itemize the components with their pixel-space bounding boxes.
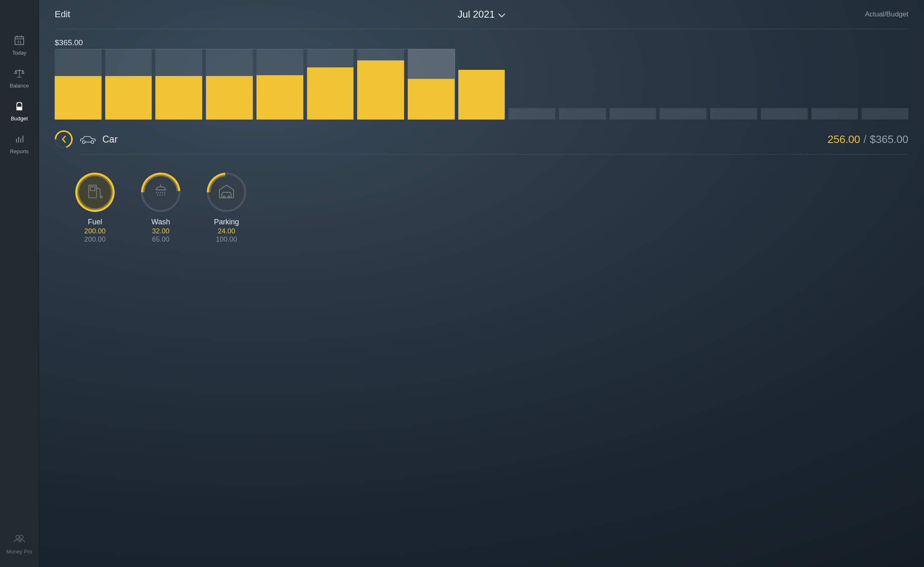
- chart-column[interactable]: [559, 49, 606, 120]
- chart-column[interactable]: [710, 49, 757, 120]
- chart-column[interactable]: [408, 49, 455, 120]
- history-chart: $365.00: [55, 29, 908, 120]
- divider: [55, 29, 908, 29]
- sidebar: 21 Today Balance: [0, 0, 39, 567]
- chart-bars[interactable]: [55, 49, 908, 120]
- chart-column[interactable]: [811, 49, 858, 120]
- jar-icon: [14, 100, 25, 113]
- category-name: Car: [102, 134, 118, 145]
- sidebar-item-moneypro[interactable]: Money Pro: [0, 528, 39, 567]
- category-header: Car 256.00 / $365.00: [55, 130, 908, 154]
- sidebar-item-label: Budget: [11, 115, 28, 122]
- svg-rect-8: [17, 107, 22, 110]
- subcategory-fuel[interactable]: Fuel 200.00 200.00: [73, 173, 117, 244]
- chart-column[interactable]: [508, 49, 555, 120]
- chart-column[interactable]: [155, 49, 202, 120]
- chart-column[interactable]: [105, 49, 152, 120]
- separator: /: [864, 133, 866, 146]
- subcategory-parking[interactable]: Parking 24.00 100.00: [204, 173, 249, 244]
- chart-max-label: $365.00: [55, 38, 908, 47]
- progress-ring: [75, 173, 115, 212]
- progress-ring: [207, 173, 246, 212]
- app-window: 21 Today Balance: [0, 0, 924, 567]
- sidebar-item-label: Today: [12, 50, 27, 56]
- chart-column[interactable]: [610, 49, 656, 120]
- car-icon: [79, 134, 97, 145]
- svg-point-14: [20, 535, 23, 539]
- subcategory-actual: 200.00: [84, 227, 106, 235]
- chart-column[interactable]: [357, 49, 404, 120]
- subcategory-label: Fuel: [88, 218, 102, 226]
- sidebar-item-label: Reports: [10, 148, 29, 154]
- scales-icon: [14, 67, 25, 80]
- subcategory-budget: 65.00: [152, 235, 170, 244]
- svg-point-16: [91, 141, 94, 143]
- main-panel: Edit Jul 2021 Actual/Budget $365.00: [39, 0, 924, 567]
- chart-column[interactable]: [660, 49, 707, 120]
- chart-column[interactable]: [206, 49, 253, 120]
- chart-column[interactable]: [307, 49, 354, 120]
- chart-column[interactable]: [761, 49, 808, 120]
- topbar: Edit Jul 2021 Actual/Budget: [55, 0, 908, 29]
- calendar-icon: 21: [14, 35, 25, 47]
- svg-point-15: [82, 141, 85, 143]
- bars-icon: [14, 133, 25, 146]
- divider: [81, 154, 908, 154]
- subcategory-label: Parking: [214, 218, 239, 226]
- subcategory-wash[interactable]: Wash 32.00 65.00: [139, 173, 183, 244]
- sidebar-item-balance[interactable]: Balance: [0, 62, 39, 94]
- chevron-down-icon: [498, 9, 506, 20]
- category-totals: 256.00 / $365.00: [827, 133, 908, 146]
- subcategory-label: Wash: [151, 218, 170, 226]
- category-budget: $365.00: [870, 133, 908, 146]
- chart-column[interactable]: [458, 49, 505, 120]
- subcategory-actual: 24.00: [218, 227, 236, 235]
- progress-ring: [141, 173, 180, 212]
- subcategory-actual: 32.00: [152, 227, 170, 235]
- svg-text:21: 21: [17, 39, 22, 44]
- subcategory-budget: 100.00: [216, 235, 237, 244]
- period-label: Jul 2021: [457, 9, 495, 20]
- sidebar-item-reports[interactable]: Reports: [0, 127, 39, 160]
- subcategory-grid: Fuel 200.00 200.00 Wash 32.00 65.00 Park…: [55, 154, 908, 244]
- sidebar-item-label: Balance: [10, 83, 29, 89]
- edit-button[interactable]: Edit: [55, 9, 70, 20]
- subcategory-budget: 200.00: [84, 235, 106, 244]
- sidebar-item-budget[interactable]: Budget: [0, 94, 39, 127]
- mode-toggle[interactable]: Actual/Budget: [865, 10, 908, 18]
- chart-column[interactable]: [55, 49, 102, 120]
- back-button[interactable]: [55, 130, 73, 148]
- people-icon: [13, 534, 25, 544]
- chart-column[interactable]: [862, 49, 908, 120]
- period-picker[interactable]: Jul 2021: [457, 9, 506, 20]
- sidebar-item-label: Money Pro: [7, 549, 32, 555]
- chart-column[interactable]: [256, 49, 303, 120]
- svg-point-13: [16, 535, 19, 539]
- category-actual: 256.00: [827, 133, 860, 146]
- sidebar-item-today[interactable]: 21 Today: [0, 29, 39, 62]
